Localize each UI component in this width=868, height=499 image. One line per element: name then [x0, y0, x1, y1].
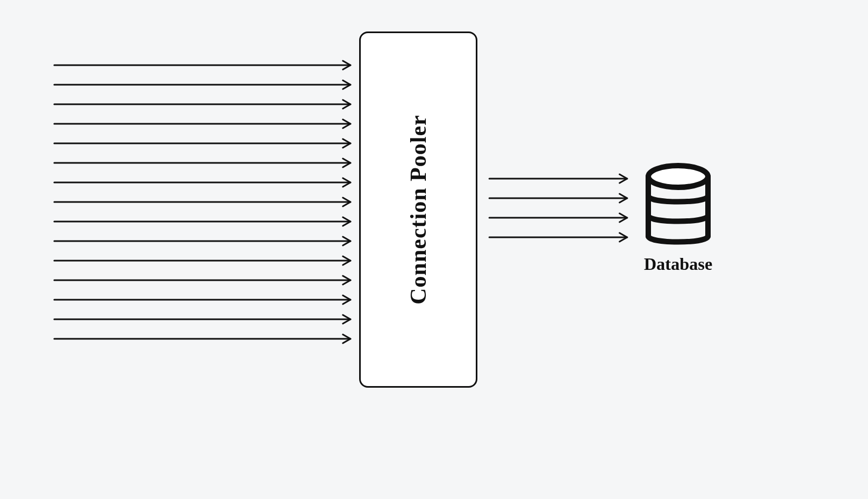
arrow	[54, 139, 350, 148]
incoming-arrows-group	[54, 61, 350, 343]
arrow	[54, 334, 350, 343]
arrow	[489, 213, 627, 222]
arrow	[54, 217, 350, 226]
arrow	[54, 119, 350, 128]
arrow	[54, 276, 350, 285]
database-icon	[643, 163, 713, 250]
arrow	[54, 100, 350, 109]
connection-pooler-label: Connection Pooler	[405, 115, 431, 304]
arrow	[489, 233, 627, 242]
arrow	[54, 295, 350, 304]
database-label: Database	[637, 254, 719, 274]
arrow	[489, 174, 627, 183]
arrow	[54, 178, 350, 187]
outgoing-arrows-group	[489, 174, 627, 242]
diagram-container: Connection Pooler Database	[0, 0, 868, 499]
arrow	[54, 315, 350, 324]
connection-pooler-box: Connection Pooler	[359, 31, 477, 388]
arrow	[54, 237, 350, 245]
arrow	[54, 256, 350, 265]
svg-point-19	[648, 166, 708, 187]
arrow	[54, 61, 350, 70]
arrow	[54, 159, 350, 167]
arrow	[54, 80, 350, 89]
arrow	[489, 194, 627, 203]
arrow	[54, 198, 350, 206]
